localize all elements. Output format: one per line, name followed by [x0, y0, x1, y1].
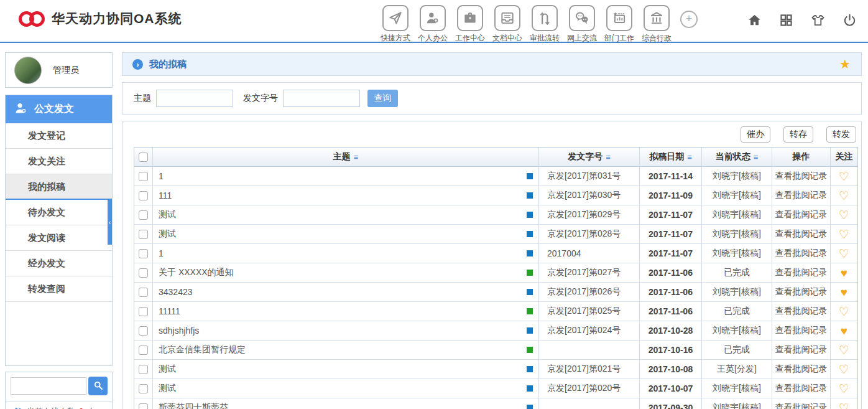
urge-button[interactable]: 催办 [741, 126, 770, 143]
subject-text[interactable]: 1 [159, 171, 527, 181]
view-records-link[interactable]: 查看批阅记录 [775, 344, 828, 355]
draft-date: 2017-10-16 [640, 341, 702, 359]
favorite-heart-filled-icon[interactable]: ♥ [841, 267, 847, 279]
nav-item-6[interactable]: 网上交流 [563, 5, 601, 44]
subject-text[interactable]: sdhjshjhfjs [159, 326, 527, 336]
nav-item-8[interactable]: 综合行政 [638, 5, 675, 44]
row-checkbox[interactable] [139, 365, 148, 374]
favorite-heart-outline-icon[interactable]: ♡ [839, 209, 849, 221]
nav-item-1[interactable]: 快捷方式 [377, 5, 414, 44]
favorite-heart-outline-icon[interactable]: ♡ [839, 383, 849, 395]
doc-table-body: 1京发[2017]第031号2017-11-14刘晓宇[核稿]查看批阅记录♡11… [134, 167, 857, 409]
doc-number: 京发[2017]第020号 [539, 379, 640, 398]
favorite-heart-outline-icon[interactable]: ♡ [839, 171, 849, 182]
subject-text[interactable]: 1 [159, 248, 527, 258]
view-records-link[interactable]: 查看批阅记录 [775, 267, 828, 278]
current-status: 王英[分发] [702, 360, 772, 378]
row-checkbox[interactable] [139, 326, 148, 336]
favorite-page-star-icon[interactable]: ★ [839, 57, 851, 72]
theme-shirt-icon[interactable] [811, 13, 825, 30]
sidebar-search-button[interactable] [88, 377, 108, 395]
row-checkbox[interactable] [139, 268, 148, 278]
select-all-checkbox[interactable] [139, 153, 148, 162]
nav-item-7[interactable]: 部门工作 [601, 5, 638, 44]
subject-text[interactable]: 测试 [159, 209, 527, 220]
row-checkbox[interactable] [139, 346, 148, 355]
subject-filter-input[interactable] [156, 90, 233, 107]
online-status-row: 当前在线人数 2 人 [6, 401, 112, 409]
favorite-heart-outline-icon[interactable]: ♡ [839, 402, 849, 409]
favorite-heart-outline-icon[interactable]: ♡ [839, 190, 849, 202]
subject-text[interactable]: 北京金信集团暂行规定 [159, 344, 527, 355]
sidebar-item-4[interactable]: 待办发文 [6, 200, 112, 225]
doc-number-filter-input[interactable] [283, 90, 360, 107]
view-records-link[interactable]: 查看批阅记录 [775, 306, 828, 317]
sidebar-item-2[interactable]: 发文关注 [6, 149, 112, 174]
favorite-heart-filled-icon[interactable]: ♥ [841, 325, 847, 337]
subject-text[interactable]: 111 [159, 190, 527, 200]
view-records-link[interactable]: 查看批阅记录 [775, 209, 828, 220]
home-icon[interactable] [747, 13, 762, 30]
sort-icon[interactable]: ≡ [606, 153, 611, 162]
favorite-heart-outline-icon[interactable]: ♡ [839, 344, 849, 356]
save-as-button[interactable]: 转存 [783, 126, 813, 143]
status-marker-blue-icon [527, 192, 533, 199]
view-records-link[interactable]: 查看批阅记录 [775, 383, 828, 394]
view-records-link[interactable]: 查看批阅记录 [775, 171, 828, 182]
sidebar-item-1[interactable]: 发文登记 [6, 123, 112, 149]
row-checkbox[interactable] [139, 191, 148, 200]
favorite-heart-filled-icon[interactable]: ♥ [841, 286, 847, 298]
sidebar-section-header[interactable]: 公文发文 [6, 95, 112, 123]
subject-text[interactable]: 11111 [159, 306, 527, 316]
sidebar-search-input[interactable] [11, 377, 86, 395]
draft-date: 2017-10-07 [640, 379, 702, 398]
status-marker-green-icon [527, 347, 533, 353]
power-icon[interactable] [843, 13, 857, 30]
forward-button[interactable]: 转发 [826, 126, 856, 143]
view-records-link[interactable]: 查看批阅记录 [775, 286, 828, 298]
row-checkbox[interactable] [139, 307, 148, 316]
nav-item-4[interactable]: 文档中心 [489, 5, 526, 44]
nav-item-2[interactable]: 个人办公 [414, 5, 451, 44]
favorite-heart-outline-icon[interactable]: ♡ [839, 306, 849, 317]
row-checkbox[interactable] [139, 249, 148, 258]
row-checkbox[interactable] [139, 172, 148, 181]
nav-item-5[interactable]: 审批流转 [526, 5, 563, 44]
view-records-link[interactable]: 查看批阅记录 [775, 402, 828, 409]
subject-text[interactable]: 关于 XXXXX的通知 [159, 267, 527, 278]
avatar[interactable] [14, 57, 42, 84]
view-records-link[interactable]: 查看批阅记录 [775, 325, 828, 336]
row-checkbox[interactable] [139, 384, 148, 393]
sort-icon[interactable]: ≡ [687, 153, 692, 162]
favorite-heart-outline-icon[interactable]: ♡ [839, 248, 849, 260]
view-records-link[interactable]: 查看批阅记录 [775, 228, 828, 240]
row-checkbox[interactable] [139, 230, 148, 239]
add-shortcut-button[interactable]: + [680, 11, 698, 28]
sidebar-item-7[interactable]: 转发查阅 [6, 276, 112, 302]
doc-number: 京发[2017]第025号 [539, 302, 640, 321]
favorite-heart-outline-icon[interactable]: ♡ [839, 228, 849, 240]
column-header-1: 主题≡ [153, 148, 539, 166]
sidebar-collapse-handle[interactable]: ‹ [108, 200, 112, 245]
subject-text[interactable]: 测试 [159, 228, 527, 240]
subject-text[interactable]: 测试 [159, 383, 527, 394]
collapse-arrow-icon: ‹ [109, 219, 111, 226]
subject-text[interactable]: 3432423 [159, 287, 527, 297]
sidebar-item-6[interactable]: 经办发文 [6, 251, 112, 276]
row-checkbox[interactable] [139, 403, 148, 409]
subject-text[interactable]: 斯蒂芬四十斯蒂芬 [159, 402, 527, 409]
subject-text[interactable]: 测试 [159, 364, 527, 375]
sidebar-item-3[interactable]: 我的拟稿 [6, 174, 112, 200]
view-records-link[interactable]: 查看批阅记录 [775, 190, 828, 201]
favorite-heart-outline-icon[interactable]: ♡ [839, 364, 849, 375]
query-button[interactable]: 查询 [367, 90, 398, 107]
sort-icon[interactable]: ≡ [354, 153, 359, 162]
view-records-link[interactable]: 查看批阅记录 [775, 248, 828, 259]
sort-icon[interactable]: ≡ [754, 153, 759, 162]
row-checkbox[interactable] [139, 288, 148, 297]
nav-item-3[interactable]: 工作中心 [451, 5, 489, 44]
view-records-link[interactable]: 查看批阅记录 [775, 364, 828, 375]
row-checkbox[interactable] [139, 210, 148, 220]
sidebar-item-5[interactable]: 发文阅读 [6, 225, 112, 251]
grid-icon[interactable] [779, 13, 793, 30]
